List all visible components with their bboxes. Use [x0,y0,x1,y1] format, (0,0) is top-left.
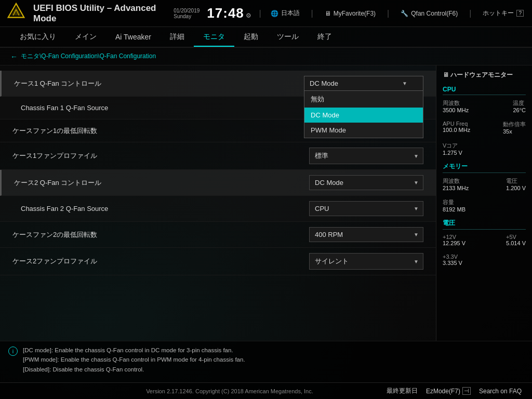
case2-control-dropdown-container[interactable]: DC Mode ▼ [304,175,423,190]
dropdown-arrow-icon3: ▼ [414,206,419,211]
nav-end[interactable]: 終了 [308,28,341,46]
fan-icon: 🔧 [401,10,408,17]
qfan-tool[interactable]: 🔧 Qfan Control(F6) [398,9,460,18]
breadcrumb-text: モニタ\Q-Fan Configuration\Q-Fan Configurat… [21,52,156,61]
dropdown-arrow-icon4: ▼ [414,232,419,237]
settings-panel: ケース1 Q-Fan コントロール DC Mode ▼ 無効 DC Mode P… [0,65,436,341]
exit-icon: ⊣ [462,387,471,395]
date-display: 01/20/2019 [174,8,200,14]
sidebar-cpu-freq-row: 周波数 3500 MHz 温度 26°C [443,99,526,117]
sidebar-mem-capacity: 容量 8192 MB [443,198,526,212]
status-buttons: 最終更新日 EzMode(F7) ⊣ Search on FAQ [387,387,522,395]
case1-dropdown-selected[interactable]: DC Mode ▼ [304,76,423,91]
case2-control-label: ケース2 Q-Fan コントロール [14,178,304,188]
sidebar-v12-row: +12V 12.295 V +5V 5.014 V [443,234,526,250]
case2-control-dropdown[interactable]: DC Mode ▼ [309,175,423,190]
day-display: Sunday [174,14,191,19]
case-fan2-min-control[interactable]: 400 RPM ▼ [304,227,423,242]
option-pwm-mode[interactable]: PWM Mode [304,123,423,138]
version-text: Version 2.17.1246. Copyright (C) 2018 Am… [73,388,387,394]
monitor-icon-sidebar: 🖥 [443,71,450,78]
chassis-fan1-label: Chassis Fan 1 Q-Fan Source [21,104,304,112]
nav-aitweaker[interactable]: Ai Tweaker [106,29,161,45]
case2-profile-dropdown[interactable]: サイレント ▼ [309,253,423,270]
case-fan2-min-label: ケースファン2の最低回転数 [12,230,304,240]
case1-control-row: ケース1 Q-Fan コントロール DC Mode ▼ 無効 DC Mode P… [0,71,436,97]
time-display: 17:48 ⚙ [207,5,251,21]
main-content: ケース1 Q-Fan コントロール DC Mode ▼ 無効 DC Mode P… [0,65,532,341]
case1-profile-control[interactable]: 標準 ▼ [304,148,423,164]
search-btn[interactable]: Search on FAQ [479,388,522,395]
separator: | [259,9,261,18]
sidebar-voltage-label: 電圧 [443,219,526,230]
nav-boot[interactable]: 起動 [234,28,268,46]
case1-profile-dropdown[interactable]: 標準 ▼ [309,148,423,164]
ezmode-btn[interactable]: EzMode(F7) ⊣ [426,387,471,395]
monitor-icon: 🖥 [325,10,331,17]
dropdown-arrow-icon2: ▼ [414,180,419,185]
case1-control-dropdown-container: DC Mode ▼ 無効 DC Mode PWM Mode [304,76,423,91]
dropdown-arrow-icon5: ▼ [414,259,419,264]
sidebar-vcore: Vコア 1.275 V [443,142,526,156]
sidebar-cpu-label: CPU [443,86,526,95]
option-disabled[interactable]: 無効 [304,91,423,108]
chassis-fan2-control[interactable]: CPU ▼ [304,201,423,216]
nav-okiniri[interactable]: お気に入り [10,28,65,46]
nav-monitor[interactable]: モニタ [194,28,234,47]
case1-profile-row: ケース1ファンプロファイル 標準 ▼ [0,142,436,170]
top-bar: UEFI BIOS Utility – Advanced Mode 01/20/… [0,0,532,27]
breadcrumb: ← モニタ\Q-Fan Configuration\Q-Fan Configur… [0,48,532,65]
case2-control-row: ケース2 Q-Fan コントロール DC Mode ▼ [0,170,436,196]
asus-logo [6,3,26,24]
settings-icon[interactable]: ⚙ [246,12,251,19]
nav-main[interactable]: メイン [65,28,106,46]
case-fan1-min-label: ケースファン1の最低回転数 [12,126,304,136]
status-bar: Version 2.17.1246. Copyright (C) 2018 Am… [0,382,532,399]
info-bar: i [DC mode]: Enable the chassis Q-Fan co… [0,341,532,382]
option-dc-mode[interactable]: DC Mode [304,108,423,123]
language-tool[interactable]: 🌐 日本語 [269,8,302,19]
myfavorite-tool[interactable]: 🖥 MyFavorite(F3) [323,9,378,18]
lastupdate-btn[interactable]: 最終更新日 [387,387,418,395]
datetime-block: 01/20/2019 Sunday [174,8,200,19]
chassis-fan2-source-row: Chassis Fan 2 Q-Fan Source CPU ▼ [0,196,436,222]
svg-marker-1 [11,7,21,16]
back-arrow[interactable]: ← [10,52,18,61]
right-sidebar: 🖥 ハードウェアモニター CPU 周波数 3500 MHz 温度 26°C AP… [436,65,532,341]
chassis-fan2-label: Chassis Fan 2 Q-Fan Source [21,205,304,212]
chassis-fan2-dropdown[interactable]: CPU ▼ [309,201,423,216]
nav-tool[interactable]: ツール [268,28,308,46]
globe-icon: 🌐 [271,10,278,17]
case1-dropdown-open[interactable]: DC Mode ▼ 無効 DC Mode PWM Mode [304,76,423,91]
case1-profile-label: ケース1ファンプロファイル [12,151,304,161]
case2-profile-row: ケース2ファンプロファイル サイレント ▼ [0,248,436,275]
case1-control-label: ケース1 Q-Fan コントロール [14,79,304,88]
sidebar-v33: +3.3V 3.335 V [443,254,526,266]
top-tools: 🌐 日本語 | 🖥 MyFavorite(F3) | 🔧 Qfan Contro… [269,8,526,19]
case1-dropdown-menu: 無効 DC Mode PWM Mode [304,91,423,138]
dropdown-arrow-icon: ▼ [402,81,407,86]
hotkey-tool[interactable]: ホットキー ? [481,8,526,19]
sidebar-memory-label: メモリー [443,162,526,173]
sidebar-title: 🖥 ハードウェアモニター [443,71,526,79]
dropdown-arrow-icon: ▼ [414,153,419,159]
info-text: [DC mode]: Enable the chassis Q-Fan cont… [23,345,245,374]
case2-profile-control[interactable]: サイレント ▼ [304,253,423,270]
case-fan2-min-row: ケースファン2の最低回転数 400 RPM ▼ [0,222,436,248]
case-fan2-min-dropdown[interactable]: 400 RPM ▼ [309,227,423,242]
app-title: UEFI BIOS Utility – Advanced Mode [33,3,166,24]
nav-detail[interactable]: 詳細 [161,28,194,46]
nav-bar: お気に入り メイン Ai Tweaker 詳細 モニタ 起動 ツール 終了 [0,27,532,48]
sidebar-cpu-apu-row: APU Freq 100.0 MHz 動作倍率 35x [443,121,526,139]
case2-profile-label: ケース2ファンプロファイル [12,257,304,266]
sidebar-mem-freq-row: 周波数 2133 MHz 電圧 1.200 V [443,177,526,195]
info-icon: i [8,347,18,356]
app-title-block: UEFI BIOS Utility – Advanced Mode [33,3,166,24]
